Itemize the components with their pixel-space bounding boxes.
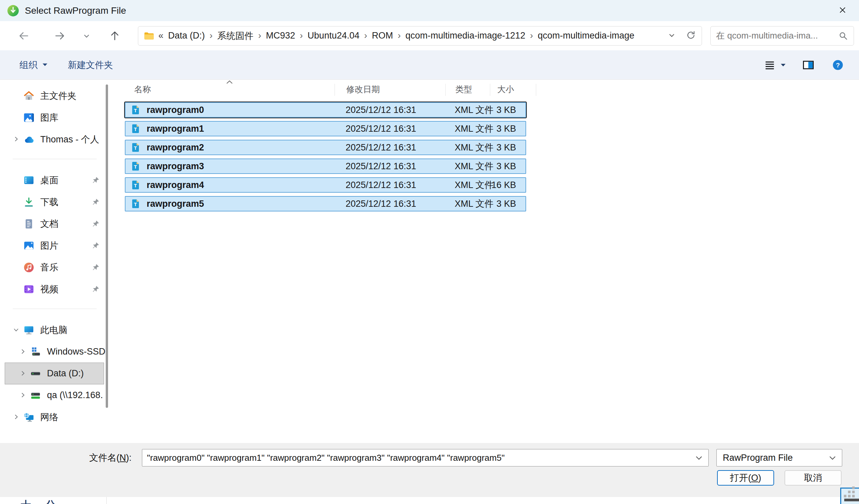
sidebar-item-downloads[interactable]: 下载 xyxy=(5,191,104,213)
column-header-type[interactable]: 类型 xyxy=(445,80,490,99)
pin-icon xyxy=(92,220,100,228)
filename-label: 文件名(N): xyxy=(89,449,132,467)
sidebar-scrollbar[interactable] xyxy=(106,84,108,408)
chevron-down-icon xyxy=(12,326,20,333)
sidebar-item-videos[interactable]: 视频 xyxy=(5,278,104,300)
sidebar-item-gallery[interactable]: 图库 xyxy=(5,107,104,128)
tree-expand-control[interactable] xyxy=(19,348,27,356)
file-row[interactable]: Trawprogram12025/12/12 16:31XML 文件3 KB xyxy=(125,121,526,137)
pin-icon xyxy=(92,285,100,293)
back-button[interactable] xyxy=(17,30,30,42)
home-icon xyxy=(23,90,34,101)
pin-icon xyxy=(92,198,100,206)
file-row[interactable]: Trawprogram42025/12/12 16:31XML 文件16 KB xyxy=(125,177,526,193)
resize-grip-icon[interactable] xyxy=(843,486,856,498)
open-button[interactable]: 打开(O) xyxy=(717,470,774,486)
sidebar-item-music[interactable]: 音乐 xyxy=(5,256,104,278)
tree-expand-spacer xyxy=(12,92,20,100)
up-button[interactable] xyxy=(108,30,121,42)
sidebar-item-label: 桌面 xyxy=(40,174,58,186)
refresh-button[interactable] xyxy=(685,30,696,42)
tree-expand-control[interactable] xyxy=(12,413,20,421)
breadcrumb-item[interactable]: Ubuntu24.04 xyxy=(308,31,360,41)
svg-text:T: T xyxy=(134,164,137,170)
column-divider[interactable] xyxy=(334,84,335,96)
tree-expand-control[interactable] xyxy=(12,326,20,334)
tree-expand-control[interactable] xyxy=(19,391,27,399)
sidebar-item-pictures[interactable]: 图片 xyxy=(5,235,104,256)
sidebar-item-windows-ssd[interactable]: Windows-SSD xyxy=(5,341,104,363)
sidebar-item-label: 图片 xyxy=(40,240,58,252)
tree-expand-spacer xyxy=(12,241,20,250)
file-row[interactable]: Trawprogram22025/12/12 16:31XML 文件3 KB xyxy=(125,140,526,155)
breadcrumb-item[interactable]: Data (D:) xyxy=(168,31,205,41)
file-date: 2025/12/12 16:31 xyxy=(334,161,445,172)
cancel-button[interactable]: 取消 xyxy=(784,470,842,486)
file-row[interactable]: Trawprogram02025/12/12 16:31XML 文件3 KB xyxy=(125,102,526,117)
search-input[interactable]: 在 qcom-multimedia-ima... xyxy=(710,26,854,46)
file-size: 3 KB xyxy=(490,105,526,115)
column-header-date[interactable]: 修改日期 xyxy=(334,80,445,99)
chevron-right-icon xyxy=(19,369,27,377)
filename-value: "rawprogram0" "rawprogram1" "rawprogram2… xyxy=(147,453,504,463)
chevron-down-icon[interactable] xyxy=(695,455,703,460)
column-divider[interactable] xyxy=(490,84,490,96)
help-icon[interactable]: ? xyxy=(831,59,844,72)
breadcrumb-separator: › xyxy=(364,31,367,41)
xml-file-icon: T xyxy=(130,199,141,209)
sidebar-item-qa-share[interactable]: qa (\\192.168. xyxy=(5,384,104,406)
breadcrumb-item[interactable]: qcom-multimedia-image xyxy=(538,31,634,41)
new-folder-button[interactable]: 新建文件夹 xyxy=(68,59,113,71)
sidebar-item-onedrive[interactable]: Thomas - 个人 xyxy=(5,128,104,150)
close-button[interactable] xyxy=(832,0,853,20)
file-row[interactable]: Trawprogram32025/12/12 16:31XML 文件3 KB xyxy=(125,158,526,174)
sidebar-item-data-d[interactable]: Data (D:) xyxy=(5,363,104,384)
videos-icon xyxy=(23,283,34,295)
svg-text:T: T xyxy=(134,183,137,188)
sidebar-item-label: 视频 xyxy=(40,283,58,295)
refresh-icon xyxy=(685,30,696,41)
breadcrumb-item[interactable]: 系统固件 xyxy=(217,30,254,42)
address-dropdown-button[interactable] xyxy=(668,32,685,40)
breadcrumb-item[interactable]: qcom-multimedia-image-1212 xyxy=(405,31,525,41)
sidebar-item-this-pc[interactable]: 此电脑 xyxy=(5,319,104,341)
column-headers: 名称 修改日期 类型 大小 xyxy=(125,80,551,99)
sidebar-item-network[interactable]: 网络 xyxy=(5,406,104,428)
tree-expand-control[interactable] xyxy=(12,136,20,143)
gallery-icon xyxy=(23,112,34,123)
file-name-cell: Trawprogram2 xyxy=(125,142,334,153)
filetype-select[interactable]: RawProgram File xyxy=(717,449,842,467)
view-mode-button[interactable] xyxy=(764,59,786,71)
sidebar-item-home[interactable]: 主文件夹 xyxy=(5,85,104,107)
breadcrumb-item[interactable]: MC932 xyxy=(266,31,295,41)
sidebar-item-desktop[interactable]: 桌面 xyxy=(5,169,104,191)
file-date: 2025/12/12 16:31 xyxy=(334,124,445,134)
file-row[interactable]: Trawprogram52025/12/12 16:31XML 文件3 KB xyxy=(125,196,526,211)
forward-button[interactable] xyxy=(54,30,66,42)
filename-input[interactable]: "rawprogram0" "rawprogram1" "rawprogram2… xyxy=(142,449,709,467)
column-header-size[interactable]: 大小 xyxy=(490,80,526,99)
preview-pane-icon[interactable] xyxy=(802,59,815,72)
column-divider[interactable] xyxy=(445,84,446,96)
file-name: rawprogram5 xyxy=(147,199,204,209)
back-arrow-icon xyxy=(17,30,30,42)
caret-down-icon xyxy=(42,63,48,67)
file-date: 2025/12/12 16:31 xyxy=(334,199,445,209)
svg-text:T: T xyxy=(134,201,137,207)
breadcrumb-item[interactable]: ROM xyxy=(372,31,393,41)
tree-expand-control[interactable] xyxy=(19,369,27,378)
sidebar-item-documents[interactable]: 文档 xyxy=(5,213,104,235)
organize-label: 组织 xyxy=(19,59,37,71)
recent-locations-button[interactable] xyxy=(83,32,90,39)
data-drive-icon xyxy=(30,368,41,379)
pin-icon xyxy=(92,176,100,184)
breadcrumb[interactable]: « Data (D:)›系统固件›MC932›Ubuntu24.04›ROM›q… xyxy=(138,26,702,46)
file-name-cell: Trawprogram5 xyxy=(125,199,334,209)
file-size: 3 KB xyxy=(490,142,526,153)
chevron-right-icon xyxy=(19,391,27,399)
breadcrumb-separator: › xyxy=(210,31,213,41)
organize-menu-button[interactable]: 组织 xyxy=(19,59,48,71)
this-pc-icon xyxy=(23,325,34,336)
column-divider[interactable] xyxy=(536,84,536,96)
window-behind-edge xyxy=(844,499,859,501)
